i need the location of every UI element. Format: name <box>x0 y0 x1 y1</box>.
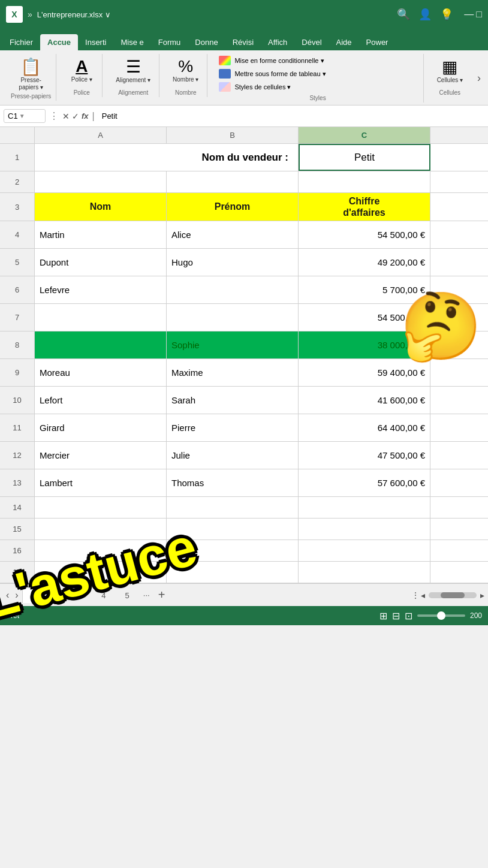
sheet-tab-3[interactable]: 3 <box>69 587 91 603</box>
cell-3-a[interactable]: Nom <box>35 193 167 221</box>
horizontal-scrollbar[interactable] <box>429 592 477 598</box>
cell-ref-dropdown-icon[interactable]: ▼ <box>19 113 25 119</box>
tab-revision[interactable]: Révisi <box>225 34 261 50</box>
filename-label[interactable]: L'entrepreneur.xlsx ∨ <box>37 10 393 19</box>
tab-developpeur[interactable]: Dével <box>294 34 329 50</box>
cell-14-b[interactable] <box>167 497 299 518</box>
tab-fichier[interactable]: Fichier <box>2 34 40 50</box>
col-header-a[interactable]: A <box>35 127 167 143</box>
cell-16-c[interactable] <box>299 540 430 561</box>
minimize-button[interactable]: — <box>464 9 474 20</box>
presse-papiers-button[interactable]: 📋 Presse-papiers ▾ <box>15 55 47 93</box>
police-button[interactable]: A Police ▾ <box>66 55 97 85</box>
cell-reference[interactable]: C1 ▼ <box>4 109 46 123</box>
idea-icon[interactable]: 💡 <box>440 8 453 21</box>
cell-11-b[interactable]: Pierre <box>167 414 299 441</box>
cell-5-b[interactable]: Hugo <box>167 249 299 276</box>
cell-1-c[interactable]: Petit <box>299 144 430 171</box>
cell-6-c[interactable]: 5 700,00 € <box>299 276 430 303</box>
cell-13-c[interactable]: 57 600,00 € <box>299 469 430 496</box>
tab-insertion[interactable]: Inserti <box>78 34 113 50</box>
cell-12-c[interactable]: 47 500,00 € <box>299 442 430 469</box>
formula-more-icon[interactable]: ⋮ <box>49 110 59 122</box>
cell-17-c[interactable] <box>299 562 430 583</box>
cell-7-b[interactable] <box>167 304 299 331</box>
zoom-slider[interactable] <box>417 614 465 617</box>
add-sheet-button[interactable]: + <box>155 588 169 602</box>
cell-10-a[interactable]: Lefort <box>35 387 167 414</box>
mise-en-forme-button[interactable]: Mise en forme conditionnelle ▾ <box>217 55 418 66</box>
cell-17-b[interactable] <box>167 562 299 583</box>
formula-confirm-icon[interactable]: ✓ <box>72 111 79 121</box>
cell-13-b[interactable]: Thomas <box>167 469 299 496</box>
sheet-tabs-more-icon[interactable]: ··· <box>140 589 153 601</box>
styles-cellules-button[interactable]: Styles de cellules ▾ <box>217 82 418 92</box>
cell-8-c[interactable]: 38 000,00 € <box>299 331 430 358</box>
cell-16-a[interactable] <box>35 540 167 561</box>
tab-formules[interactable]: Formu <box>151 34 188 50</box>
formula-value[interactable]: Petit <box>98 110 484 122</box>
cell-7-c[interactable]: 54 500,00 € <box>299 304 430 331</box>
cell-1-ab[interactable]: Nom du vendeur : <box>35 144 299 171</box>
cell-11-a[interactable]: Girard <box>35 414 167 441</box>
nav-prev-icon[interactable]: ‹ <box>4 589 11 602</box>
cell-4-a[interactable]: Martin <box>35 221 167 248</box>
alignement-button[interactable]: ☰ Alignement ▾ <box>112 55 154 86</box>
tab-affichage[interactable]: Affich <box>261 34 294 50</box>
zoom-thumb[interactable] <box>437 611 445 620</box>
cell-10-b[interactable]: Sarah <box>167 387 299 414</box>
tab-aide[interactable]: Aide <box>329 34 359 50</box>
cell-10-c[interactable]: 41 600,00 € <box>299 387 430 414</box>
sheet-tab-1[interactable]: 1 <box>22 587 44 603</box>
sheet-tab-2[interactable]: 2 <box>46 587 68 603</box>
maximize-button[interactable]: □ <box>476 9 482 20</box>
sheet-tab-5[interactable]: 5 <box>116 587 138 603</box>
cell-8-b[interactable]: Sophie <box>167 331 299 358</box>
tab-power[interactable]: Power <box>359 34 396 50</box>
cellules-button[interactable]: ▦ Cellules ▾ <box>433 55 466 86</box>
cell-2-b[interactable] <box>167 171 299 192</box>
scroll-right-icon[interactable]: ▸ <box>480 590 484 600</box>
search-icon[interactable]: 🔍 <box>397 8 410 21</box>
tab-accueil[interactable]: Accue <box>40 34 78 50</box>
cell-15-b[interactable] <box>167 519 299 540</box>
scroll-left-icon[interactable]: ◂ <box>421 590 425 600</box>
col-header-b[interactable]: B <box>167 127 299 143</box>
cell-16-b[interactable] <box>167 540 299 561</box>
nav-next-icon[interactable]: › <box>13 589 20 602</box>
cell-14-a[interactable] <box>35 497 167 518</box>
cell-4-c[interactable]: 54 500,00 € <box>299 221 430 248</box>
cell-3-c[interactable]: Chiffred'affaires <box>299 193 430 221</box>
grid-view-icon[interactable]: ⊟ <box>392 610 400 622</box>
cell-15-a[interactable] <box>35 519 167 540</box>
cell-11-c[interactable]: 64 400,00 € <box>299 414 430 441</box>
tableau-button[interactable]: Mettre sous forme de tableau ▾ <box>217 68 418 79</box>
cell-17-a[interactable] <box>35 562 167 583</box>
cell-14-c[interactable] <box>299 497 430 518</box>
cell-2-c[interactable] <box>299 171 430 192</box>
cell-9-b[interactable]: Maxime <box>167 359 299 386</box>
table-view-icon[interactable]: ⊞ <box>379 610 387 622</box>
cell-5-c[interactable]: 49 200,00 € <box>299 249 430 276</box>
tab-donnees[interactable]: Donne <box>188 34 225 50</box>
tab-mise-en-page[interactable]: Mise e <box>113 34 150 50</box>
sheet-tab-4[interactable]: 4 <box>92 587 115 603</box>
cell-6-b[interactable] <box>167 276 299 303</box>
cell-12-a[interactable]: Mercier <box>35 442 167 469</box>
cell-4-b[interactable]: Alice <box>167 221 299 248</box>
cell-5-a[interactable]: Dupont <box>35 249 167 276</box>
page-layout-icon[interactable]: ⊡ <box>405 610 412 622</box>
col-header-c[interactable]: C <box>299 127 430 143</box>
cell-12-b[interactable]: Julie <box>167 442 299 469</box>
cell-7-a[interactable] <box>35 304 167 331</box>
ribbon-collapse-icon[interactable]: » <box>28 10 32 19</box>
ribbon-more-icon[interactable]: › <box>476 71 482 86</box>
cell-2-a[interactable] <box>35 171 167 192</box>
nombre-button[interactable]: % Nombre ▾ <box>169 55 202 85</box>
cell-8-a[interactable] <box>35 331 167 358</box>
profile-icon[interactable]: 👤 <box>418 8 432 21</box>
cell-15-c[interactable] <box>299 519 430 540</box>
formula-cancel-icon[interactable]: ✕ <box>62 111 70 121</box>
cell-9-c[interactable]: 59 400,00 € <box>299 359 430 386</box>
cell-9-a[interactable]: Moreau <box>35 359 167 386</box>
